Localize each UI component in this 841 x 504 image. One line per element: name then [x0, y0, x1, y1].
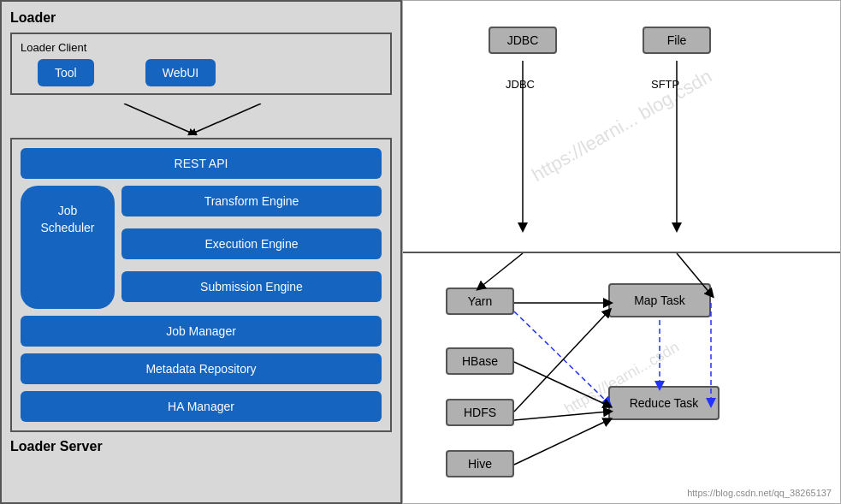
svg-line-7 [514, 362, 608, 406]
rest-api-button: REST API [21, 148, 382, 179]
execution-engine-button: Execution Engine [121, 228, 382, 259]
yarn-node: Yarn [446, 288, 514, 315]
top-arrows-svg [403, 1, 840, 252]
tool-row: Tool WebUI [21, 59, 382, 86]
svg-line-9 [514, 412, 608, 420]
left-panel: Loader Loader Client Tool WebUI REST API [0, 0, 402, 504]
jdbc-conn-label: JDBC [506, 78, 535, 91]
client-to-server-arrows [21, 104, 381, 138]
loader-title: Loader [10, 10, 392, 26]
job-scheduler-button: JobScheduler [21, 186, 115, 309]
jdbc-node: JDBC [489, 27, 557, 54]
svg-line-10 [514, 420, 608, 465]
url-watermark: https://blog.csdn.net/qq_38265137 [687, 488, 832, 498]
main-container: Loader Loader Client Tool WebUI REST API [0, 0, 841, 504]
webui-button: WebUI [145, 59, 216, 86]
submission-engine-button: Submission Engine [121, 271, 382, 302]
svg-line-8 [514, 311, 608, 412]
right-panel: https://learni... blog.csdn JDBC File JD… [402, 0, 841, 504]
reduce-task-node: Reduce Task [608, 386, 720, 420]
ha-manager-button: HA Manager [21, 391, 382, 422]
engines-column: Transform Engine Execution Engine Submis… [121, 186, 382, 309]
transform-engine-button: Transform Engine [121, 186, 382, 216]
svg-line-0 [124, 104, 192, 133]
watermark-top: https://learni... blog.csdn [528, 65, 716, 187]
loader-client-label: Loader Client [21, 41, 382, 54]
right-top: https://learni... blog.csdn JDBC File JD… [403, 1, 840, 253]
file-node: File [643, 27, 711, 54]
job-manager-button: Job Manager [21, 316, 382, 347]
metadata-repository-button: Metadata Repository [21, 353, 382, 384]
hive-node: Hive [446, 450, 514, 477]
tool-button: Tool [38, 59, 94, 86]
loader-client-box: Loader Client Tool WebUI [10, 33, 392, 95]
svg-line-11 [480, 253, 523, 288]
loader-server-label: Loader Server [10, 439, 392, 454]
svg-line-6 [514, 311, 608, 403]
engines-row: JobScheduler Transform Engine Execution … [21, 186, 382, 309]
loader-server-box: REST API JobScheduler Transform Engine E… [10, 138, 392, 432]
map-task-node: Map Task [608, 283, 711, 317]
sftp-label: SFTP [651, 78, 679, 91]
hbase-node: HBase [446, 347, 514, 375]
hdfs-node: HDFS [446, 399, 514, 426]
svg-line-1 [192, 104, 261, 133]
right-bottom: https://learni...csdn Yarn HBase HDFS Hi… [403, 253, 840, 504]
